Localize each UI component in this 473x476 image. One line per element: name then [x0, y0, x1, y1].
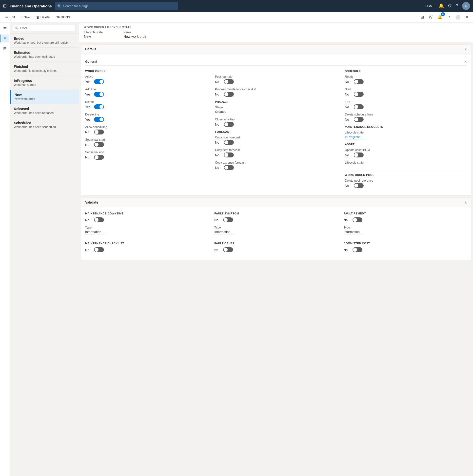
- filter-input[interactable]: [13, 25, 76, 31]
- stage-field: Stage Created: [215, 106, 337, 114]
- close-activities-field: Close activities No: [215, 118, 337, 127]
- copy-item-forecast-toggle[interactable]: [224, 152, 234, 157]
- sidebar-item-inprogress[interactable]: InProgress Work has started: [10, 76, 79, 90]
- delete-button[interactable]: 🗑 Delete: [34, 14, 52, 21]
- hamburger-icon[interactable]: ☰: [1, 25, 9, 33]
- edit-icon: ✏: [5, 15, 8, 19]
- lifecycle-state-field: Lifecycle state New: [84, 31, 114, 39]
- validate-section: Validate ∧ MAINTENANCE DOWNTIME No Type: [81, 198, 471, 260]
- sidebar-item-estimated[interactable]: Estimated Work order has been estimated: [10, 48, 79, 62]
- notification-badge: 0: [441, 12, 445, 16]
- set-actual-end-field: Set actual end No: [85, 151, 207, 160]
- schedule-column: SCHEDULE Ready No Start No: [345, 69, 467, 191]
- fault-cause-toggle-row: No: [214, 247, 337, 252]
- command-bar: ✏ Edit + New 🗑 Delete OPTIONS ⊞ W 🔔 0 ↺ …: [0, 12, 473, 23]
- main-content: WORK ORDER LIFECYCLE STATE Lifecycle sta…: [79, 23, 473, 476]
- fault-symptom-col: FAULT SYMPTOM No Type Information: [214, 211, 337, 238]
- copy-item-forecast-field: Copy item forecast No: [215, 148, 337, 157]
- fault-remedy-type-field: Type Information: [344, 226, 467, 234]
- filter-search-icon: 🔍: [15, 26, 19, 30]
- sidebar-item-ended[interactable]: Ended Work has ended, but there are stil…: [10, 34, 79, 48]
- sidebar-item-released[interactable]: Released Work order has been released: [10, 104, 79, 118]
- fault-remedy-col: FAULT REMEDY No Type Information: [344, 211, 467, 238]
- maint-requests-lifecycle-field: Lifecycle state InProgress: [345, 131, 467, 139]
- allow-scheduling-toggle[interactable]: [94, 130, 104, 134]
- update-asset-bom-toggle[interactable]: [354, 152, 364, 157]
- forecast-column: PLACEHOLDER Post journals No Process mai…: [215, 69, 337, 191]
- avatar[interactable]: U: [462, 2, 470, 10]
- word-icon[interactable]: W: [427, 14, 434, 21]
- copy-hour-forecast-toggle[interactable]: [224, 140, 234, 145]
- refresh-icon[interactable]: ↺: [446, 13, 452, 21]
- sidebar-item-finished[interactable]: Finished Work order is completely finish…: [10, 62, 79, 76]
- sidebar-item-scheduled[interactable]: Scheduled Work order has been scheduled: [10, 118, 79, 132]
- allow-scheduling-field: Allow scheduling No: [85, 125, 207, 134]
- active-toggle[interactable]: [94, 79, 104, 84]
- list-icon[interactable]: ≡: [0, 35, 9, 42]
- edit-button[interactable]: ✏ Edit: [3, 14, 17, 21]
- process-maintenance-checklist-field: Process maintenance checklist No: [215, 88, 337, 97]
- fault-remedy-toggle[interactable]: [353, 217, 362, 222]
- fault-cause-col: FAULT CAUSE No: [214, 241, 337, 256]
- maint-checklist-toggle-row: No: [85, 247, 208, 252]
- delete-icon: 🗑: [36, 15, 39, 19]
- set-actual-start-field: Set actual start No: [85, 138, 207, 147]
- bell-icon[interactable]: 🔔: [438, 3, 444, 9]
- maint-downtime-type-field: Type Information: [85, 226, 208, 234]
- maint-downtime-toggle-row: No: [85, 217, 208, 222]
- notification-wrap[interactable]: 🔔 0: [436, 13, 444, 21]
- add-line-field: Add line Yes: [85, 88, 207, 97]
- delete-toggle[interactable]: [94, 104, 104, 109]
- options-button[interactable]: OPTIONS: [53, 14, 73, 20]
- sidebar-filter-area: 🔍: [10, 23, 79, 34]
- close-activities-toggle[interactable]: [224, 122, 234, 127]
- ready-toggle[interactable]: [354, 79, 364, 84]
- search-icon: 🔍: [57, 4, 61, 8]
- fault-remedy-toggle-row: No: [344, 217, 467, 222]
- post-journals-field: Post journals No: [215, 75, 337, 84]
- sidebar-item-new[interactable]: New New work order: [10, 90, 79, 104]
- general-fields-grid: WORK ORDER Active Yes Add line Yes: [85, 69, 467, 191]
- post-journals-toggle[interactable]: [224, 79, 234, 84]
- main-layout: ☰ ≡ ⊟ 🔍 Ended Work has ended, but there …: [0, 23, 473, 476]
- delete-pool-reference-field: Delete pool reference No: [345, 179, 467, 188]
- start-toggle[interactable]: [354, 92, 364, 97]
- view-icon[interactable]: ⊞: [419, 13, 425, 21]
- close-icon[interactable]: ✕: [464, 13, 470, 21]
- gear-icon[interactable]: ⚙: [448, 3, 452, 9]
- help-icon[interactable]: ?: [456, 3, 458, 9]
- new-button[interactable]: + New: [18, 14, 32, 20]
- maint-checklist-toggle[interactable]: [94, 247, 104, 252]
- work-order-column: WORK ORDER Active Yes Add line Yes: [85, 69, 207, 191]
- set-actual-start-toggle[interactable]: [94, 142, 104, 147]
- copy-expense-forecast-toggle[interactable]: [224, 165, 234, 170]
- filter-icon[interactable]: ⊟: [1, 44, 9, 52]
- delete-line-toggle[interactable]: [94, 117, 104, 122]
- details-section-header[interactable]: Details ∨: [81, 45, 471, 54]
- copy-hour-forecast-field: Copy hour forecast No: [215, 136, 337, 145]
- fault-symptom-toggle-row: No: [214, 217, 337, 222]
- set-actual-end-toggle[interactable]: [94, 155, 104, 160]
- committed-cost-col: COMMITTED COST No: [344, 241, 467, 256]
- start-field: Start No: [345, 88, 467, 97]
- fault-symptom-toggle[interactable]: [223, 217, 233, 222]
- fault-cause-toggle[interactable]: [223, 247, 233, 252]
- process-maint-checklist-toggle[interactable]: [224, 92, 234, 97]
- grid-icon[interactable]: ⊞: [3, 3, 7, 9]
- active-field: Active Yes: [85, 75, 207, 84]
- committed-cost-toggle[interactable]: [353, 247, 362, 252]
- delete-field: Delete Yes: [85, 100, 207, 109]
- search-bar[interactable]: 🔍 Search for a page: [55, 2, 178, 10]
- maximize-icon[interactable]: ⬜: [454, 13, 462, 21]
- end-field: End No: [345, 100, 467, 109]
- maintenance-checklist-col: MAINTENANCE CHECKLIST No: [85, 241, 208, 256]
- update-asset-bom-field: Update asset BOM No: [345, 148, 467, 157]
- delete-schedule-lines-toggle[interactable]: [354, 117, 364, 122]
- add-line-toggle[interactable]: [94, 92, 104, 97]
- maint-downtime-toggle[interactable]: [94, 217, 104, 222]
- maintenance-downtime-col: MAINTENANCE DOWNTIME No Type Information: [85, 211, 208, 238]
- delete-pool-reference-toggle[interactable]: [354, 183, 364, 188]
- validate-section-body: MAINTENANCE DOWNTIME No Type Information…: [81, 207, 471, 260]
- end-toggle[interactable]: [354, 104, 364, 109]
- validate-section-header[interactable]: Validate ∧: [81, 198, 471, 207]
